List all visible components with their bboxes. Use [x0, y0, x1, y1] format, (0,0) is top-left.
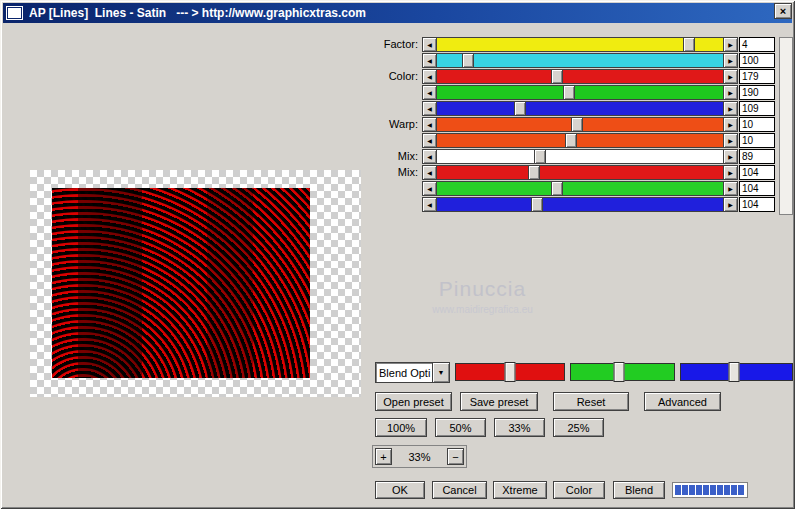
xtreme-button[interactable]: Xtreme [493, 481, 547, 499]
blend-button[interactable]: Blend [613, 481, 665, 499]
progress-segment [682, 485, 688, 495]
param-label: Mix: [330, 150, 418, 162]
slider-decrement-icon[interactable]: ◀ [422, 85, 437, 100]
progress-segment [689, 485, 695, 495]
slider-thumb[interactable] [551, 69, 563, 84]
param-slider[interactable]: ◀ ▶ [422, 133, 738, 148]
param-value[interactable]: 89 [739, 149, 775, 164]
slider-increment-icon[interactable]: ▶ [723, 53, 738, 68]
color-button[interactable]: Color [553, 481, 605, 499]
slider-increment-icon[interactable]: ▶ [723, 117, 738, 132]
param-label: Color: [330, 70, 418, 82]
save-preset-button[interactable]: Save preset [460, 392, 538, 411]
slider-thumb[interactable] [528, 165, 540, 180]
slider-track[interactable] [437, 101, 723, 116]
slider-track[interactable] [437, 37, 723, 52]
slider-track[interactable] [437, 165, 723, 180]
slider-increment-icon[interactable]: ▶ [723, 101, 738, 116]
reset-button[interactable]: Reset [553, 392, 629, 411]
blend-options-dropdown[interactable]: Blend Opti ▼ [375, 362, 450, 383]
zoom-25-button[interactable]: 25% [553, 418, 604, 437]
slider-decrement-icon[interactable]: ◀ [422, 101, 437, 116]
slider-track[interactable] [437, 69, 723, 84]
param-value[interactable]: 100 [739, 53, 775, 68]
param-slider[interactable]: ◀ ▶ [422, 101, 738, 116]
slider-thumb[interactable] [565, 133, 577, 148]
green-channel-thumb[interactable] [614, 362, 625, 382]
close-button[interactable]: × [774, 3, 792, 19]
param-slider[interactable]: ◀ ▶ [422, 197, 738, 212]
param-slider[interactable]: ◀ ▶ [422, 53, 738, 68]
slider-decrement-icon[interactable]: ◀ [422, 149, 437, 164]
slider-thumb[interactable] [683, 37, 695, 52]
param-row: Warp: ◀ ▶ 10 [0, 117, 795, 132]
param-slider[interactable]: ◀ ▶ [422, 85, 738, 100]
param-slider[interactable]: ◀ ▶ [422, 181, 738, 196]
slider-increment-icon[interactable]: ▶ [723, 149, 738, 164]
open-preset-button[interactable]: Open preset [375, 392, 452, 411]
slider-decrement-icon[interactable]: ◀ [422, 133, 437, 148]
slider-thumb[interactable] [462, 53, 474, 68]
red-channel-thumb[interactable] [505, 362, 516, 382]
green-channel-slider[interactable] [570, 363, 675, 381]
slider-thumb[interactable] [551, 181, 563, 196]
slider-increment-icon[interactable]: ▶ [723, 181, 738, 196]
slider-increment-icon[interactable]: ▶ [723, 197, 738, 212]
slider-increment-icon[interactable]: ▶ [723, 69, 738, 84]
slider-increment-icon[interactable]: ▶ [723, 37, 738, 52]
window-icon [7, 7, 22, 19]
param-slider[interactable]: ◀ ▶ [422, 149, 738, 164]
zoom-minus-button[interactable]: − [447, 448, 464, 465]
param-slider[interactable]: ◀ ▶ [422, 37, 738, 52]
param-value[interactable]: 104 [739, 181, 775, 196]
slider-increment-icon[interactable]: ▶ [723, 133, 738, 148]
blue-channel-thumb[interactable] [729, 362, 740, 382]
param-value[interactable]: 104 [739, 197, 775, 212]
progress-segment [675, 485, 681, 495]
slider-thumb[interactable] [563, 85, 575, 100]
param-value[interactable]: 4 [739, 37, 775, 52]
param-slider[interactable]: ◀ ▶ [422, 165, 738, 180]
ok-button[interactable]: OK [375, 481, 425, 499]
slider-track[interactable] [437, 181, 723, 196]
slider-track[interactable] [437, 149, 723, 164]
param-value[interactable]: 190 [739, 85, 775, 100]
param-value[interactable]: 10 [739, 117, 775, 132]
slider-thumb[interactable] [514, 101, 526, 116]
slider-decrement-icon[interactable]: ◀ [422, 165, 437, 180]
param-value[interactable]: 10 [739, 133, 775, 148]
param-value[interactable]: 104 [739, 165, 775, 180]
slider-decrement-icon[interactable]: ◀ [422, 37, 437, 52]
slider-decrement-icon[interactable]: ◀ [422, 117, 437, 132]
slider-thumb[interactable] [531, 197, 543, 212]
zoom-plus-button[interactable]: + [375, 448, 392, 465]
param-value[interactable]: 179 [739, 69, 775, 84]
slider-decrement-icon[interactable]: ◀ [422, 69, 437, 84]
blue-channel-slider[interactable] [680, 363, 793, 381]
title-bar[interactable]: AP [Lines] Lines - Satin --- > http://ww… [3, 3, 792, 23]
slider-increment-icon[interactable]: ▶ [723, 165, 738, 180]
slider-decrement-icon[interactable]: ◀ [422, 53, 437, 68]
slider-track[interactable] [437, 117, 723, 132]
chevron-down-icon[interactable]: ▼ [432, 363, 449, 382]
slider-thumb[interactable] [534, 149, 546, 164]
vertical-scrollbar[interactable] [779, 37, 793, 215]
zoom-33-button[interactable]: 33% [494, 418, 545, 437]
slider-decrement-icon[interactable]: ◀ [422, 197, 437, 212]
red-channel-slider[interactable] [455, 363, 565, 381]
slider-thumb[interactable] [571, 117, 583, 132]
advanced-button[interactable]: Advanced [644, 392, 721, 411]
zoom-100-button[interactable]: 100% [375, 418, 427, 437]
slider-track[interactable] [437, 133, 723, 148]
cancel-button[interactable]: Cancel [432, 481, 487, 499]
param-value[interactable]: 109 [739, 101, 775, 116]
preview-image[interactable] [52, 188, 310, 378]
slider-track[interactable] [437, 85, 723, 100]
slider-decrement-icon[interactable]: ◀ [422, 181, 437, 196]
param-slider[interactable]: ◀ ▶ [422, 69, 738, 84]
slider-track[interactable] [437, 197, 723, 212]
param-slider[interactable]: ◀ ▶ [422, 117, 738, 132]
zoom-50-button[interactable]: 50% [435, 418, 486, 437]
slider-track[interactable] [437, 53, 723, 68]
slider-increment-icon[interactable]: ▶ [723, 85, 738, 100]
